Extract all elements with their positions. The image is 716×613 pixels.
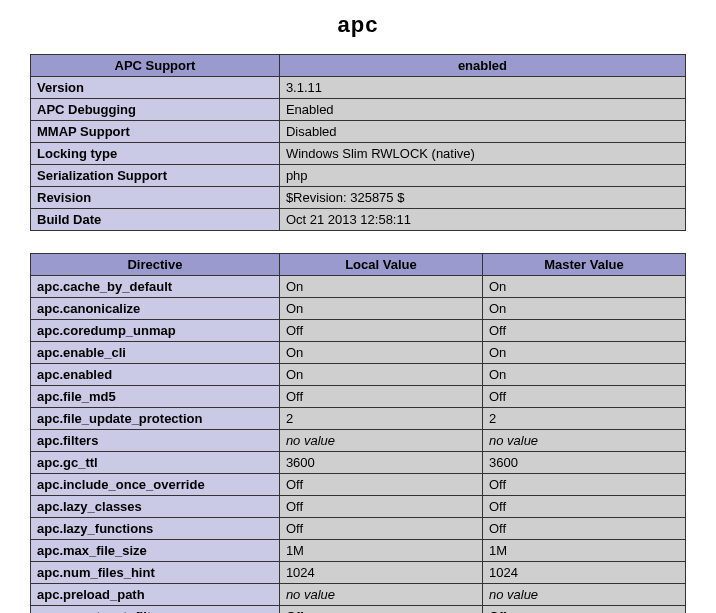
support-header-right: enabled — [279, 55, 685, 77]
directive-local-value: 3600 — [279, 452, 482, 474]
directive-name: apc.enabled — [31, 364, 280, 386]
directive-local-value: Off — [279, 320, 482, 342]
directive-master-value: Off — [482, 320, 685, 342]
directives-header-directive: Directive — [31, 254, 280, 276]
directive-local-value: Off — [279, 518, 482, 540]
directive-name: apc.gc_ttl — [31, 452, 280, 474]
table-row: apc.lazy_classesOffOff — [31, 496, 686, 518]
table-row: apc.num_files_hint10241024 — [31, 562, 686, 584]
directive-name: apc.include_once_override — [31, 474, 280, 496]
directive-master-value: no value — [482, 584, 685, 606]
directive-local-value: Off — [279, 386, 482, 408]
directive-local-value: On — [279, 298, 482, 320]
table-row: apc.canonicalizeOnOn — [31, 298, 686, 320]
table-row: apc.file_update_protection22 — [31, 408, 686, 430]
table-row: apc.report_autofilterOffOff — [31, 606, 686, 614]
table-row: APC DebuggingEnabled — [31, 99, 686, 121]
directive-local-value: 1024 — [279, 562, 482, 584]
support-header-left: APC Support — [31, 55, 280, 77]
directive-name: apc.preload_path — [31, 584, 280, 606]
apc-support-table: APC Support enabled Version3.1.11APC Deb… — [30, 54, 686, 231]
directive-master-value: no value — [482, 430, 685, 452]
table-row: Serialization Supportphp — [31, 165, 686, 187]
support-value: Enabled — [279, 99, 685, 121]
directive-local-value: 2 — [279, 408, 482, 430]
table-row: apc.gc_ttl36003600 — [31, 452, 686, 474]
table-row: Locking typeWindows Slim RWLOCK (native) — [31, 143, 686, 165]
directive-name: apc.file_update_protection — [31, 408, 280, 430]
directive-master-value: On — [482, 276, 685, 298]
table-row: apc.file_md5OffOff — [31, 386, 686, 408]
directive-name: apc.canonicalize — [31, 298, 280, 320]
table-row: apc.enable_cliOnOn — [31, 342, 686, 364]
table-row: apc.coredump_unmapOffOff — [31, 320, 686, 342]
support-value: Disabled — [279, 121, 685, 143]
directive-name: apc.lazy_classes — [31, 496, 280, 518]
table-row: apc.max_file_size1M1M — [31, 540, 686, 562]
directive-master-value: 3600 — [482, 452, 685, 474]
directives-table: Directive Local Value Master Value apc.c… — [30, 253, 686, 613]
directive-local-value: On — [279, 276, 482, 298]
table-row: Build DateOct 21 2013 12:58:11 — [31, 209, 686, 231]
directive-master-value: On — [482, 342, 685, 364]
table-row: apc.include_once_overrideOffOff — [31, 474, 686, 496]
directive-name: apc.coredump_unmap — [31, 320, 280, 342]
support-value: $Revision: 325875 $ — [279, 187, 685, 209]
directive-local-value: no value — [279, 430, 482, 452]
directives-header-local: Local Value — [279, 254, 482, 276]
directive-master-value: Off — [482, 386, 685, 408]
directive-name: apc.num_files_hint — [31, 562, 280, 584]
support-value: php — [279, 165, 685, 187]
directive-name: apc.file_md5 — [31, 386, 280, 408]
support-key: MMAP Support — [31, 121, 280, 143]
directive-local-value: Off — [279, 606, 482, 614]
table-row: MMAP SupportDisabled — [31, 121, 686, 143]
support-key: Serialization Support — [31, 165, 280, 187]
directive-name: apc.cache_by_default — [31, 276, 280, 298]
directive-master-value: 2 — [482, 408, 685, 430]
table-row: apc.preload_pathno valueno value — [31, 584, 686, 606]
directive-master-value: On — [482, 298, 685, 320]
support-key: Build Date — [31, 209, 280, 231]
directive-name: apc.lazy_functions — [31, 518, 280, 540]
directive-master-value: 1024 — [482, 562, 685, 584]
table-row: apc.lazy_functionsOffOff — [31, 518, 686, 540]
directive-master-value: Off — [482, 474, 685, 496]
directive-name: apc.max_file_size — [31, 540, 280, 562]
directive-local-value: Off — [279, 474, 482, 496]
directive-master-value: 1M — [482, 540, 685, 562]
directive-name: apc.filters — [31, 430, 280, 452]
directive-local-value: no value — [279, 584, 482, 606]
directive-local-value: On — [279, 342, 482, 364]
table-row: apc.enabledOnOn — [31, 364, 686, 386]
directive-master-value: Off — [482, 606, 685, 614]
support-value: 3.1.11 — [279, 77, 685, 99]
support-value: Oct 21 2013 12:58:11 — [279, 209, 685, 231]
directive-local-value: On — [279, 364, 482, 386]
support-key: APC Debugging — [31, 99, 280, 121]
directive-master-value: On — [482, 364, 685, 386]
support-key: Revision — [31, 187, 280, 209]
directive-local-value: 1M — [279, 540, 482, 562]
support-key: Locking type — [31, 143, 280, 165]
table-row: Revision$Revision: 325875 $ — [31, 187, 686, 209]
table-row: apc.cache_by_defaultOnOn — [31, 276, 686, 298]
support-key: Version — [31, 77, 280, 99]
directive-name: apc.report_autofilter — [31, 606, 280, 614]
support-value: Windows Slim RWLOCK (native) — [279, 143, 685, 165]
table-row: apc.filtersno valueno value — [31, 430, 686, 452]
directive-master-value: Off — [482, 496, 685, 518]
page-title: apc — [30, 12, 686, 38]
directive-local-value: Off — [279, 496, 482, 518]
directive-name: apc.enable_cli — [31, 342, 280, 364]
directives-header-master: Master Value — [482, 254, 685, 276]
directive-master-value: Off — [482, 518, 685, 540]
table-row: Version3.1.11 — [31, 77, 686, 99]
